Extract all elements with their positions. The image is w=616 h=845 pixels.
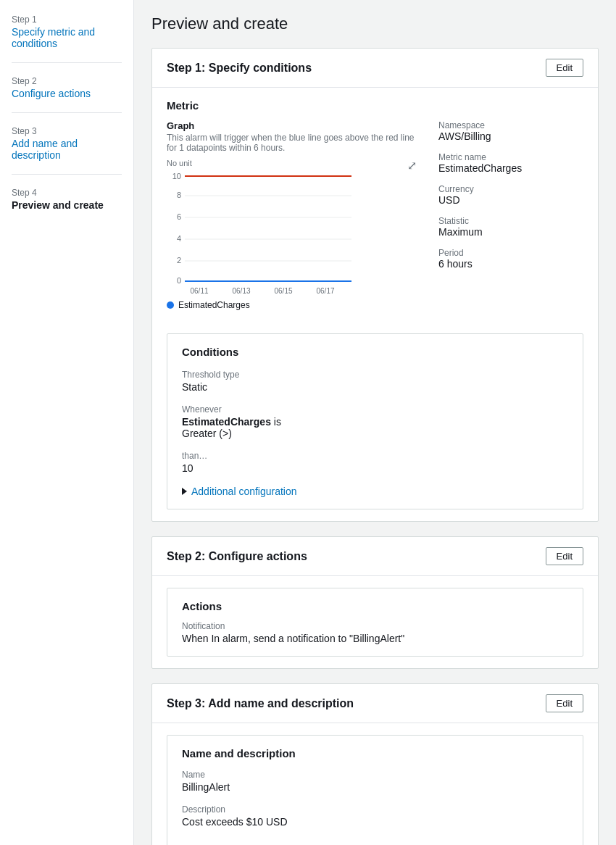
sidebar-step-2: Step 2 Configure actions — [12, 76, 122, 99]
comparison-value: Greater (>) — [182, 428, 568, 439]
sidebar: Step 1 Specify metric and conditions Ste… — [0, 0, 134, 845]
whenever-is: is — [274, 416, 281, 428]
sidebar-item-preview: Preview and create — [12, 199, 122, 211]
svg-text:0: 0 — [177, 276, 181, 285]
svg-text:8: 8 — [177, 191, 181, 199]
step2-section: Step 2: Configure actions Edit Actions N… — [151, 536, 599, 669]
description-label: Description — [182, 804, 568, 815]
graph-subtitle: This alarm will trigger when the blue li… — [167, 133, 417, 153]
threshold-type-value: Static — [182, 381, 568, 393]
name-value: BillingAlert — [182, 781, 568, 793]
step2-header: Step 2: Configure actions Edit — [152, 537, 598, 576]
sidebar-step-1: Step 1 Specify metric and conditions — [12, 14, 122, 49]
step3-header: Step 3: Add name and description Edit — [152, 684, 598, 723]
triangle-icon — [182, 488, 187, 495]
than-label: than… — [182, 451, 568, 461]
namespace-value: AWS/Billing — [438, 130, 583, 142]
statistic-label: Statistic — [438, 216, 583, 226]
step1-header: Step 1: Specify conditions Edit — [152, 49, 598, 88]
than-item: than… 10 — [182, 451, 568, 474]
additional-config[interactable]: Additional configuration — [182, 486, 568, 497]
sidebar-item-specify-metric[interactable]: Specify metric and conditions — [12, 26, 122, 49]
step2-edit-button[interactable]: Edit — [546, 547, 583, 565]
whenever-metric: EstimatedCharges — [182, 416, 271, 428]
graph-area: Graph This alarm will trigger when the b… — [167, 120, 417, 310]
graph-wrapper: No unit ⤢ 10 8 6 4 2 0 — [167, 159, 417, 310]
svg-text:06/11: 06/11 — [190, 287, 208, 295]
step1-edit-button[interactable]: Edit — [546, 59, 583, 77]
threshold-type-label: Threshold type — [182, 370, 568, 380]
step1-section: Step 1: Specify conditions Edit Metric G… — [151, 48, 599, 522]
sidebar-step-3-label: Step 3 — [12, 126, 122, 136]
step2-heading: Step 2: Configure actions — [167, 550, 307, 563]
svg-text:10: 10 — [172, 172, 181, 180]
sidebar-step-2-label: Step 2 — [12, 76, 122, 86]
than-value: 10 — [182, 462, 568, 474]
name-item: Name BillingAlert — [182, 770, 568, 793]
sidebar-step-4-label: Step 4 — [12, 188, 122, 198]
period-label: Period — [438, 248, 583, 258]
page-title: Preview and create — [151, 14, 599, 33]
metric-name-label: Metric name — [438, 152, 583, 162]
statistic-value: Maximum — [438, 226, 583, 238]
step3-heading: Step 3: Add name and description — [167, 697, 354, 710]
metric-name-row: Metric name EstimatedCharges — [438, 152, 583, 174]
metric-title: Metric — [167, 99, 583, 112]
actions-body: Actions Notification When In alarm, send… — [152, 576, 598, 668]
svg-text:6: 6 — [177, 212, 181, 221]
metric-container: Metric Graph This alarm will trigger whe… — [152, 88, 598, 322]
sidebar-divider-1 — [12, 62, 122, 63]
svg-text:4: 4 — [177, 234, 181, 243]
whenever-value: EstimatedCharges is — [182, 416, 568, 428]
description-value: Cost exceeds $10 USD — [182, 816, 568, 828]
notification-label: Notification — [182, 621, 568, 631]
sidebar-divider-2 — [12, 112, 122, 113]
name-desc-body: Name and description Name BillingAlert D… — [152, 723, 598, 845]
sidebar-step-4: Step 4 Preview and create — [12, 188, 122, 211]
whenever-label: Whenever — [182, 404, 568, 415]
metric-name-value: EstimatedCharges — [438, 162, 583, 174]
actions-title: Actions — [182, 600, 568, 612]
currency-label: Currency — [438, 184, 583, 194]
svg-text:06/15: 06/15 — [274, 287, 292, 295]
metric-details: Namespace AWS/Billing Metric name Estima… — [438, 120, 583, 310]
step3-edit-button[interactable]: Edit — [546, 694, 583, 712]
chart-legend: EstimatedCharges — [167, 300, 417, 310]
sidebar-divider-3 — [12, 174, 122, 175]
name-label: Name — [182, 770, 568, 780]
period-value: 6 hours — [438, 258, 583, 270]
whenever-item: Whenever EstimatedCharges is Greater (>) — [182, 404, 568, 439]
step3-section: Step 3: Add name and description Edit Na… — [151, 683, 599, 845]
step1-heading: Step 1: Specify conditions — [167, 62, 312, 75]
svg-text:06/17: 06/17 — [316, 287, 334, 295]
graph-section: Graph This alarm will trigger when the b… — [167, 120, 583, 310]
legend-dot — [167, 301, 174, 309]
threshold-type-item: Threshold type Static — [182, 370, 568, 393]
graph-no-unit: No unit — [167, 159, 192, 167]
namespace-row: Namespace AWS/Billing — [438, 120, 583, 142]
conditions-body: Conditions Threshold type Static Wheneve… — [152, 322, 598, 521]
svg-text:06/13: 06/13 — [232, 287, 250, 295]
sidebar-step-3: Step 3 Add name and description — [12, 126, 122, 161]
legend-label: EstimatedCharges — [178, 300, 250, 310]
description-item: Description Cost exceeds $10 USD — [182, 804, 568, 828]
main-content: Preview and create Step 1: Specify condi… — [134, 0, 616, 845]
sidebar-step-1-label: Step 1 — [12, 14, 122, 25]
sidebar-item-add-name[interactable]: Add name and description — [12, 138, 122, 161]
graph-title: Graph — [167, 120, 417, 131]
conditions-title: Conditions — [182, 346, 568, 358]
namespace-label: Namespace — [438, 120, 583, 130]
chart-svg: 10 8 6 4 2 0 — [167, 169, 355, 296]
sidebar-item-configure-actions[interactable]: Configure actions — [12, 88, 122, 99]
period-row: Period 6 hours — [438, 248, 583, 270]
svg-text:2: 2 — [177, 256, 181, 265]
currency-value: USD — [438, 194, 583, 206]
notification-value: When In alarm, send a notification to "B… — [182, 633, 568, 644]
statistic-row: Statistic Maximum — [438, 216, 583, 238]
name-desc-title: Name and description — [182, 747, 568, 759]
additional-config-label: Additional configuration — [191, 486, 297, 497]
currency-row: Currency USD — [438, 184, 583, 206]
expand-icon[interactable]: ⤢ — [407, 159, 417, 172]
